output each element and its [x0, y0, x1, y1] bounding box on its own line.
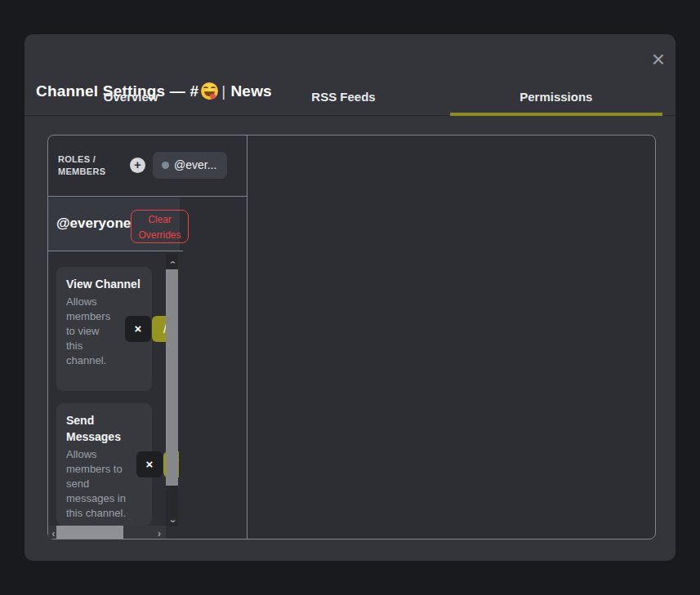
clear-overrides-button[interactable]: Clear Overrides	[131, 210, 189, 243]
scroll-down-button[interactable]: ›	[166, 513, 178, 526]
role-color-dot	[162, 162, 169, 169]
permission-description: Allows members to send messages in this …	[66, 447, 136, 521]
selected-role-row: @everyone Clear Overrides	[48, 198, 247, 251]
selected-role-name: @everyone	[56, 198, 131, 250]
chevron-down-icon: ›	[165, 520, 179, 523]
permission-name: Send Messages	[66, 412, 142, 445]
vertical-scrollbar-thumb[interactable]	[166, 269, 178, 486]
role-chip-everyone[interactable]: @ever...	[153, 152, 227, 179]
chevron-right-icon: ›	[158, 527, 161, 539]
roles-members-label: ROLES / MEMBERS	[58, 153, 123, 178]
deny-toggle-icon[interactable]: ×	[125, 316, 151, 342]
permission-description: Allows members to view this channel.	[66, 295, 118, 368]
permission-detail-panel	[248, 135, 655, 539]
channel-settings-dialog: Channel Settings — #|News × Overview RSS…	[25, 34, 675, 561]
close-icon[interactable]: ×	[648, 50, 669, 71]
tab-overview[interactable]: Overview	[25, 78, 237, 115]
role-chip-label: @ever...	[174, 152, 216, 178]
permissions-panel: ROLES / MEMBERS + @ever... @everyone Cle…	[47, 135, 656, 539]
permissions-list: View Channel Allows members to view this…	[48, 251, 179, 539]
scroll-up-button[interactable]: ›	[166, 254, 178, 268]
roles-members-column: ROLES / MEMBERS + @ever... @everyone Cle…	[48, 135, 247, 539]
app-background: Channel Settings — #|News × Overview RSS…	[0, 0, 700, 595]
tab-rss-feeds[interactable]: RSS Feeds	[237, 78, 449, 115]
chevron-left-icon: ‹	[52, 527, 56, 539]
horizontal-scrollbar-thumb[interactable]	[56, 526, 123, 539]
add-role-button[interactable]: +	[130, 158, 145, 173]
roles-members-header: ROLES / MEMBERS + @ever...	[48, 135, 247, 197]
permission-name: View Channel	[66, 276, 142, 292]
tab-permissions[interactable]: Permissions	[450, 78, 662, 115]
tab-bar: Overview RSS Feeds Permissions	[25, 78, 675, 116]
horizontal-scrollbar[interactable]: ‹ ›	[48, 526, 166, 539]
scroll-right-button[interactable]: ›	[153, 526, 166, 539]
vertical-scrollbar[interactable]: › ›	[166, 254, 178, 526]
chevron-up-icon: ›	[165, 261, 179, 264]
deny-toggle-icon[interactable]: ×	[136, 451, 163, 477]
